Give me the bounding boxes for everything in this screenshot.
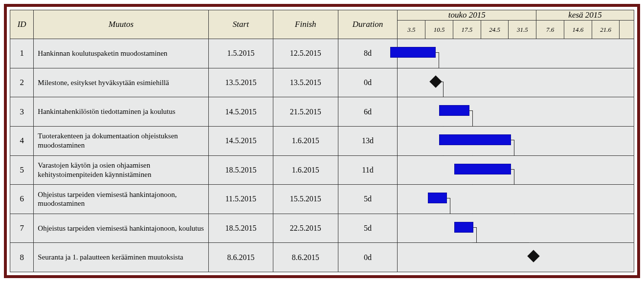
gantt-bar xyxy=(439,105,469,116)
tick: 7.6 xyxy=(536,21,564,39)
cell-duration: 13d xyxy=(338,126,398,155)
cell-start: 18.5.2015 xyxy=(208,214,273,243)
gantt-bar xyxy=(454,222,473,233)
tick: 17.5 xyxy=(453,21,481,39)
cell-muutos: Varastojen käytön ja osien ohjaamisen ke… xyxy=(34,155,208,185)
tick: 24.5 xyxy=(481,21,509,39)
cell-start: 18.5.2015 xyxy=(208,155,273,185)
cell-id: 2 xyxy=(10,68,34,97)
cell-start: 11.5.2015 xyxy=(208,185,273,214)
cell-finish: 22.5.2015 xyxy=(273,214,338,243)
gantt-bar xyxy=(428,193,447,203)
col-start: Start xyxy=(208,10,273,39)
cell-muutos: Hankinnan koulutuspaketin muodostaminen xyxy=(34,39,208,68)
cell-duration: 11d xyxy=(338,155,398,185)
cell-finish: 21.5.2015 xyxy=(273,97,338,127)
cell-muutos: Hankintahenkilöstön tiedottaminen ja kou… xyxy=(34,97,208,127)
gantt-row xyxy=(398,155,634,185)
cell-duration: 8d xyxy=(338,39,398,68)
cell-id: 5 xyxy=(10,155,34,185)
gantt-row xyxy=(398,97,634,127)
gantt-bar xyxy=(439,134,511,145)
cell-start: 13.5.2015 xyxy=(208,68,273,97)
cell-finish: 13.5.2015 xyxy=(273,68,338,97)
cell-muutos: Seuranta ja 1. palautteen keräämine​n mu… xyxy=(34,243,208,272)
cell-finish: 1.6.2015 xyxy=(273,126,338,155)
gantt-bar xyxy=(390,47,436,58)
cell-muutos: Ohjeistus tarpeiden viemisestä hankintaj… xyxy=(34,214,208,243)
cell-muutos: Tuoterakenteen ja dokumentaation ohjeist… xyxy=(34,126,208,155)
cell-start: 14.5.2015 xyxy=(208,126,273,155)
cell-duration: 5d xyxy=(338,214,398,243)
month-header-1: kesä 2015 xyxy=(536,10,634,21)
col-id: ID xyxy=(10,10,34,39)
cell-id: 3 xyxy=(10,97,34,127)
month-header-0: touko 2015 xyxy=(398,10,536,21)
cell-id: 7 xyxy=(10,214,34,243)
gantt-row xyxy=(398,39,634,68)
cell-start: 8.6.2015 xyxy=(208,243,273,272)
gantt-table: ID Muutos Start Finish Duration touko 20… xyxy=(10,10,634,272)
cell-start: 1.5.2015 xyxy=(208,39,273,68)
cell-id: 4 xyxy=(10,126,34,155)
gantt-row xyxy=(398,185,634,214)
tick: 3.5 xyxy=(398,21,425,39)
tick: 31.5 xyxy=(509,21,536,39)
cell-finish: 15.5.2015 xyxy=(273,185,338,214)
col-muutos: Muutos xyxy=(34,10,208,39)
cell-duration: 5d xyxy=(338,185,398,214)
cell-duration: 0d xyxy=(338,243,398,272)
cell-finish: 8.6.2015 xyxy=(273,243,338,272)
gantt-frame: ID Muutos Start Finish Duration touko 20… xyxy=(4,4,640,278)
cell-id: 1 xyxy=(10,39,34,68)
tick xyxy=(620,21,634,39)
gantt-bar xyxy=(454,164,511,174)
gantt-row xyxy=(398,68,634,97)
tick: 14.6 xyxy=(564,21,592,39)
cell-finish: 1.6.2015 xyxy=(273,155,338,185)
tick: 10.5 xyxy=(425,21,453,39)
cell-muutos: Ohjeistus tarpeiden viemisestä hankintaj… xyxy=(34,185,208,214)
tick: 21.6 xyxy=(592,21,620,39)
gantt-row xyxy=(398,243,634,272)
cell-id: 8 xyxy=(10,243,34,272)
col-finish: Finish xyxy=(273,10,338,39)
cell-finish: 12.5.2015 xyxy=(273,39,338,68)
gantt-row xyxy=(398,214,634,243)
cell-duration: 0d xyxy=(338,68,398,97)
gantt-row xyxy=(398,126,634,155)
col-duration: Duration xyxy=(338,10,398,39)
cell-muutos: Milestone, esitykset hyväksytään esimieh… xyxy=(34,68,208,97)
cell-id: 6 xyxy=(10,185,34,214)
milestone-icon xyxy=(527,250,539,262)
cell-start: 14.5.2015 xyxy=(208,97,273,127)
cell-duration: 6d xyxy=(338,97,398,127)
